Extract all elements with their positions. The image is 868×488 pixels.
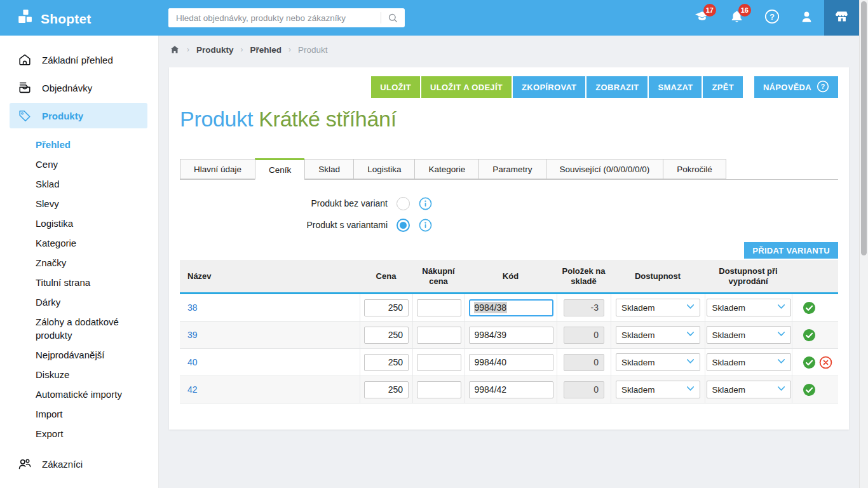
sidebar-item-sklad[interactable]: Sklad [0, 174, 158, 194]
check-circle-icon[interactable] [803, 329, 816, 342]
shoptet-logo-icon [17, 9, 34, 29]
column-header: Dostupnost [611, 271, 705, 281]
show-button[interactable]: ZOBRAZIT [587, 76, 648, 98]
tab-kategorie[interactable]: Kategorie [414, 159, 478, 179]
tab-hlavni-udaje[interactable]: Hlavní údaje [180, 159, 255, 179]
sidebar-item-automaticke-importy[interactable]: Automatické importy [0, 384, 158, 404]
code-input[interactable] [469, 354, 553, 371]
availability-select[interactable]: Skladem [616, 381, 700, 398]
sidebar-item-zakladni-prehled[interactable]: Základní přehled [0, 47, 158, 72]
code-input[interactable] [469, 327, 553, 344]
scrollbar-thumb[interactable] [861, 1, 867, 255]
info-icon[interactable] [419, 219, 432, 232]
tab-parametry[interactable]: Parametry [478, 159, 545, 179]
sidebar-item-prehled[interactable]: Přehled [0, 135, 158, 154]
code-cell: 9984/38 [465, 294, 557, 321]
chevron-down-icon [686, 384, 695, 395]
purchase-price-input[interactable] [417, 354, 461, 371]
price-input[interactable] [364, 381, 409, 398]
availability-select[interactable]: Skladem [616, 299, 700, 316]
sidebar-item-ceny[interactable]: Ceny [0, 154, 158, 174]
help-button-topbar[interactable]: ? [754, 0, 789, 36]
variants-table-body: 389984/38SklademSkladem39SklademSkladem4… [180, 294, 838, 403]
back-button[interactable]: ZPĚT [703, 76, 742, 98]
availability-select-cell: Skladem [611, 322, 705, 348]
home-icon[interactable] [170, 44, 180, 55]
sidebar-item-zakaznici[interactable]: Zákazníci [0, 451, 158, 477]
sidebar-item-import[interactable]: Import [0, 404, 158, 424]
breadcrumb-item[interactable]: Produkty [196, 45, 234, 55]
add-variant-button[interactable]: PŘIDAT VARIANTU [744, 242, 838, 259]
breadcrumb: ›Produkty›Přehled›Produkt [170, 44, 328, 55]
tab-cenik[interactable]: Ceník [255, 158, 304, 180]
sidebar-item-darky[interactable]: Dárky [0, 292, 158, 312]
radio-without-variants[interactable] [397, 197, 410, 210]
sidebar-item-produkty[interactable]: Produkty [10, 103, 147, 128]
breadcrumb-item[interactable]: Přehled [250, 45, 282, 55]
radio-with-variants[interactable] [397, 219, 410, 232]
soldout-availability-select[interactable]: Skladem [707, 353, 791, 371]
question-circle-icon: ? [817, 80, 829, 95]
sidebar-item-objednavky[interactable]: Objednávky [0, 75, 158, 100]
info-icon[interactable] [419, 197, 432, 210]
shoptet-logo[interactable]: Shoptet [17, 9, 92, 29]
availability-select-cell: Skladem [611, 376, 705, 403]
academy-button[interactable]: 17 [684, 0, 719, 36]
tab-pokrocile[interactable]: Pokročilé [663, 159, 726, 179]
tab-souvisejici[interactable]: Související (0/0/0/0/0/0) [546, 159, 663, 179]
check-circle-icon[interactable] [803, 356, 816, 369]
sidebar-item-slevy[interactable]: Slevy [0, 194, 158, 214]
search-icon[interactable] [381, 13, 405, 24]
delete-button[interactable]: SMAZAT [649, 76, 702, 98]
price-input[interactable] [364, 354, 409, 371]
code-input[interactable]: 9984/38 [469, 299, 553, 316]
storefront-button[interactable] [824, 0, 859, 36]
sidebar-item-nejprodavanejsi[interactable]: Nejprodávanější [0, 345, 158, 365]
chevron-down-icon [776, 384, 786, 395]
price-input[interactable] [364, 327, 409, 344]
sidebar-item-zalohy-a-dodatkove-produkty[interactable]: Zálohy a dodatkové produkty [0, 312, 158, 345]
variant-name-link[interactable]: 42 [187, 384, 198, 395]
sidebar-item-diskuze[interactable]: Diskuze [0, 365, 158, 384]
availability-select[interactable]: Skladem [616, 326, 700, 344]
sidebar-item-kategorie[interactable]: Kategorie [0, 233, 158, 253]
purchase-price-input[interactable] [417, 299, 461, 316]
account-button[interactable] [789, 0, 824, 36]
page-title-name: Krátké stříhání [259, 107, 397, 131]
availability-select-cell: Skladem [611, 294, 705, 321]
save-and-leave-button[interactable]: ULOŽIT A ODEJÍT [421, 76, 512, 98]
stock-input [564, 354, 604, 371]
check-circle-icon[interactable] [803, 301, 816, 315]
check-circle-icon[interactable] [803, 383, 816, 396]
sidebar-item-titulni-strana[interactable]: Titulní strana [0, 273, 158, 292]
variant-name-link[interactable]: 38 [187, 302, 198, 313]
help-button[interactable]: NÁPOVĚDA ? [754, 76, 838, 98]
select-value: Skladem [621, 303, 655, 313]
soldout-availability-select[interactable]: Skladem [707, 381, 791, 398]
variant-name-link[interactable]: 39 [187, 330, 198, 340]
sidebar-item-znacky[interactable]: Značky [0, 253, 158, 273]
variant-row: 39SklademSkladem [180, 322, 838, 349]
tab-sklad[interactable]: Sklad [304, 159, 353, 179]
availability-select[interactable]: Skladem [616, 353, 700, 371]
row-actions-cell [792, 294, 838, 321]
delete-x-icon[interactable] [819, 356, 832, 369]
row-actions-cell [792, 322, 838, 348]
variant-name-link[interactable]: 40 [187, 357, 198, 367]
copy-button[interactable]: ZKOPÍROVAT [513, 76, 585, 98]
save-button[interactable]: ULOŽIT [371, 76, 420, 98]
sidebar-item-label: Základní přehled [42, 55, 113, 65]
notifications-button[interactable]: 16 [719, 0, 754, 36]
search-input[interactable] [168, 8, 381, 27]
soldout-availability-select[interactable]: Skladem [707, 326, 791, 344]
stock-cell [557, 294, 611, 321]
purchase-price-input[interactable] [417, 381, 461, 398]
soldout-availability-select[interactable]: Skladem [707, 299, 791, 316]
academy-badge: 17 [703, 4, 716, 17]
code-input[interactable] [469, 381, 553, 398]
tab-logistika[interactable]: Logistika [353, 159, 414, 179]
sidebar-item-export[interactable]: Export [0, 424, 158, 444]
sidebar-item-logistika[interactable]: Logistika [0, 214, 158, 233]
price-input[interactable] [364, 299, 409, 316]
purchase-price-input[interactable] [417, 327, 461, 344]
